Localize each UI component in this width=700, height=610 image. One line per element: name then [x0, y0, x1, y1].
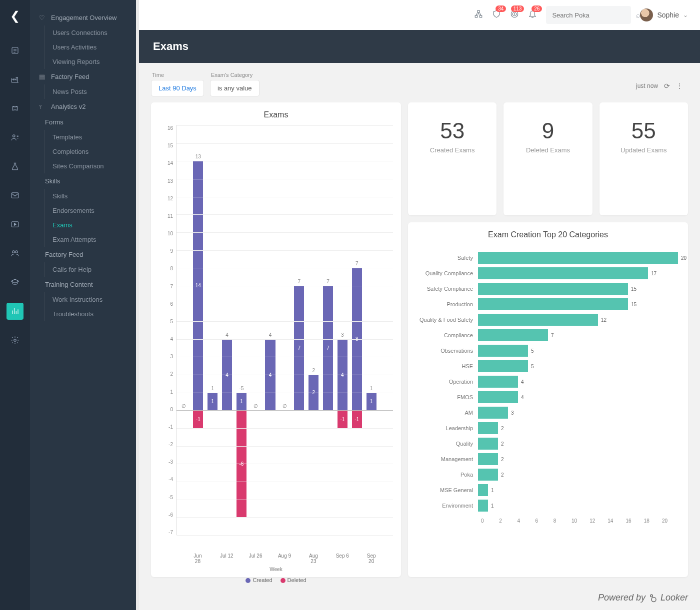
svg-rect-2	[12, 193, 18, 198]
stats-row: 53 Created Exams 9 Deleted Exams 55 Upda…	[408, 102, 688, 215]
sidebar-section-analytics[interactable]: ⫯ Analytics v2	[30, 99, 136, 114]
sidebar-item-users-connections[interactable]: Users Connections	[44, 25, 136, 40]
sidebar-item-sites-comparison[interactable]: Sites Comparison	[44, 159, 136, 173]
stat-value: 55	[604, 118, 684, 143]
svg-point-14	[652, 597, 656, 602]
sidebar-item-calls-for-help[interactable]: Calls for Help	[44, 262, 136, 277]
sidebar-section-label: Engagement Overview	[51, 14, 117, 21]
bell-icon[interactable]: 26	[528, 9, 537, 21]
svg-point-1	[13, 135, 16, 137]
svg-point-6	[14, 339, 16, 342]
sidebar-item-skills[interactable]: Skills	[44, 189, 136, 203]
sidebar-item-exams[interactable]: Exams	[44, 218, 136, 232]
heart-icon: ♡	[39, 14, 46, 21]
nav-mail-icon[interactable]	[6, 187, 24, 204]
stat-updated: 55 Updated Exams	[600, 102, 688, 215]
nav-people-icon[interactable]	[6, 245, 24, 262]
nav-grad-icon[interactable]	[6, 274, 24, 291]
sidebar-item-completions[interactable]: Completions	[44, 144, 136, 159]
top-categories-title: Exam Creation Top 20 Categories	[416, 230, 680, 239]
search-icon: ⌕	[636, 11, 640, 19]
nav-news-icon[interactable]	[6, 42, 24, 59]
sidebar-item-users-activities[interactable]: Users Activities	[44, 40, 136, 54]
more-icon[interactable]: ⋮	[676, 82, 683, 90]
nav-factory-icon[interactable]	[6, 71, 24, 88]
svg-point-12	[514, 13, 516, 14]
refresh-text: just now	[636, 82, 658, 89]
stat-value: 53	[412, 118, 492, 143]
svg-rect-9	[480, 15, 482, 17]
page-title: Exams	[139, 30, 700, 63]
sidebar-item-news-posts[interactable]: News Posts	[44, 84, 136, 99]
sidebar-group-forms[interactable]: Forms	[30, 114, 136, 130]
nav-analytics-icon[interactable]	[6, 303, 24, 320]
nav-flask-icon[interactable]	[6, 158, 24, 175]
svg-point-5	[16, 251, 18, 253]
sidebar-section-label: Factory Feed	[51, 73, 90, 80]
top-categories-card: Exam Creation Top 20 Categories Safety20…	[408, 222, 688, 577]
refresh-row: just now ⟳ ⋮	[636, 82, 683, 90]
sidebar-item-exam-attempts[interactable]: Exam Attempts	[44, 232, 136, 247]
filter-category-label: Exam's Category	[211, 72, 260, 78]
stat-label: Updated Exams	[604, 146, 684, 154]
sidebar-item-work-instructions[interactable]: Work Instructions	[44, 292, 136, 307]
content: Time Last 90 Days Exam's Category is any…	[139, 63, 700, 607]
shield-badge: 34	[496, 5, 506, 12]
sidebar-group-factory-feed[interactable]: Factory Feed	[30, 247, 136, 262]
sidebar: ♡ Engagement Overview Users Connections …	[30, 0, 139, 610]
back-button[interactable]: ❮	[10, 5, 20, 30]
main: 34 113 26 ⌕ Sophie ⌄ Exams Time Last 90 …	[139, 0, 700, 610]
sidebar-section-label: Analytics v2	[51, 103, 86, 110]
powered-by: Powered by Looker	[598, 593, 688, 603]
stat-created: 53 Created Exams	[408, 102, 496, 215]
chevron-down-icon: ⌄	[683, 11, 688, 18]
org-chart-icon[interactable]	[474, 9, 483, 21]
top-categories-chart: Safety20Quality Compliance17Safety Compl…	[416, 245, 680, 518]
icon-rail: ❮	[0, 0, 30, 610]
sidebar-section-engagement[interactable]: ♡ Engagement Overview	[30, 10, 136, 25]
exams-chart-title: Exams	[159, 110, 393, 119]
sidebar-section-factory-feed[interactable]: ▤ Factory Feed	[30, 69, 136, 84]
nav-skills-icon[interactable]	[6, 100, 24, 117]
sidebar-group-skills[interactable]: Skills	[30, 173, 136, 189]
nav-settings-icon[interactable]	[6, 332, 24, 349]
stat-deleted: 9 Deleted Exams	[504, 102, 592, 215]
sidebar-item-templates[interactable]: Templates	[44, 130, 136, 144]
filter-time-label: Time	[152, 72, 204, 78]
sidebar-item-endorsements[interactable]: Endorsements	[44, 203, 136, 218]
user-name: Sophie	[657, 11, 679, 19]
svg-point-11	[513, 12, 517, 16]
nav-video-icon[interactable]	[6, 216, 24, 233]
exams-legend: Created Deleted	[159, 577, 393, 583]
xaxis-title: Week	[159, 567, 393, 572]
filters: Time Last 90 Days Exam's Category is any…	[151, 72, 688, 96]
exams-bar-chart: 161514131211109876543210-1-2-3-4-5-6-7 ∅…	[159, 125, 393, 555]
chart-icon: ⫯	[39, 103, 46, 110]
search-input[interactable]	[552, 11, 636, 19]
radar-icon[interactable]: 113	[510, 9, 519, 21]
feed-icon: ▤	[39, 73, 46, 80]
sidebar-group-training[interactable]: Training Content	[30, 277, 136, 292]
stat-label: Created Exams	[412, 146, 492, 154]
stat-label: Deleted Exams	[508, 146, 588, 154]
exams-chart-card: Exams 161514131211109876543210-1-2-3-4-5…	[151, 102, 401, 577]
sidebar-item-troubleshoots[interactable]: Troubleshoots	[44, 307, 136, 321]
nav-users-icon[interactable]	[6, 129, 24, 146]
topbar: 34 113 26 ⌕ Sophie ⌄	[139, 0, 700, 30]
filter-time-pill[interactable]: Last 90 Days	[151, 80, 204, 96]
svg-point-4	[12, 251, 15, 253]
filter-category-pill[interactable]: is any value	[210, 80, 260, 96]
sidebar-item-viewing-reports[interactable]: Viewing Reports	[44, 54, 136, 69]
svg-rect-8	[476, 15, 478, 17]
svg-rect-7	[478, 10, 480, 12]
bell-badge: 26	[532, 5, 542, 12]
search-box[interactable]: ⌕	[546, 6, 631, 24]
radar-badge: 113	[511, 5, 524, 12]
avatar	[640, 8, 653, 21]
svg-point-13	[650, 595, 653, 597]
refresh-icon[interactable]: ⟳	[664, 82, 670, 90]
user-menu[interactable]: Sophie ⌄	[640, 8, 688, 21]
shield-icon[interactable]: 34	[492, 9, 501, 21]
stat-value: 9	[508, 118, 588, 143]
